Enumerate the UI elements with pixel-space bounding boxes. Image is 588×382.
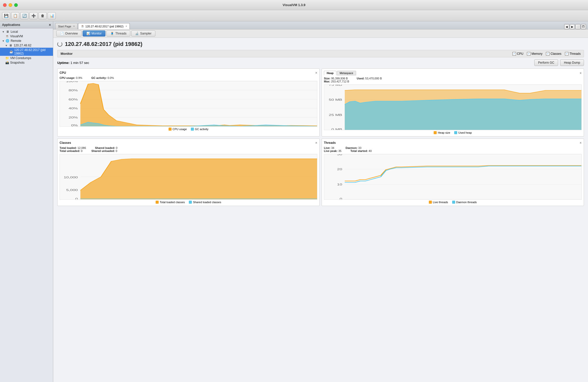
legend-heap-size: Heap size (434, 131, 450, 134)
sidebar-item-host[interactable]: 🖥 120.27.48.62 (0, 43, 53, 48)
tab-process-close[interactable]: × (125, 25, 127, 28)
svg-text:20%: 20% (69, 116, 78, 119)
tab-scroll-left[interactable]: ◀ (564, 24, 569, 29)
svg-text:0%: 0% (71, 124, 78, 126)
heap-used-label: Used: (357, 77, 364, 80)
svg-text:25 MB: 25 MB (329, 114, 342, 117)
sampler-icon: 🔬 (135, 32, 139, 35)
svg-text:100%: 100% (66, 81, 78, 83)
shared-loaded-value: 0 (116, 146, 117, 149)
minimize-button[interactable] (9, 3, 12, 7)
nav-tab-overview-label: Overview (65, 32, 78, 35)
svg-text:60%: 60% (69, 98, 78, 101)
nav-tab-overview[interactable]: 📄 Overview (56, 30, 82, 37)
tab-start-page[interactable]: Start Page × (55, 23, 78, 29)
threads-chart-legend: Live threads Daemon threads (324, 201, 582, 204)
heap-chart-container: 75 MB 50 MB 25 MB 0 MB 5:01:00 PM (324, 84, 582, 130)
checkbox-threads-label: Threads (569, 52, 581, 56)
cpu-chart-close[interactable]: × (315, 71, 317, 75)
nav-tab-sampler[interactable]: 🔬 Sampler (131, 30, 155, 37)
maximize-button[interactable] (14, 3, 18, 7)
legend-cpu-color (169, 128, 172, 131)
checkbox-threads-box[interactable]: ✓ (565, 52, 568, 56)
tab-window-btn[interactable]: ⬜ (575, 24, 580, 29)
tree-arrow-host (5, 44, 8, 47)
daemon-value: 33 (358, 146, 361, 149)
toolbar-btn-add[interactable]: ➕ (29, 12, 38, 19)
classes-chart-header: Classes × (60, 141, 317, 145)
checkbox-memory[interactable]: ✓ Memory (527, 52, 542, 56)
heap-max-label: Max: (324, 80, 330, 83)
perform-gc-button[interactable]: Perform GC (534, 59, 558, 66)
toolbar-btn-delete[interactable]: 🗑 (39, 12, 47, 19)
sidebar-item-remote[interactable]: 🌐 Remote (0, 39, 53, 43)
checkbox-cpu-box[interactable]: ✓ (512, 52, 516, 56)
sidebar-item-remote-label: Remote (11, 39, 21, 43)
live-peak-label: Live peak: (324, 149, 338, 152)
legend-heap-size-label: Heap size (438, 131, 450, 134)
live-label: Live: (324, 146, 330, 149)
toolbar-btn-chart[interactable]: 📊 (48, 12, 56, 19)
monitor-checkboxes: ✓ CPU ✓ Memory ✓ Classes ✓ Threads (512, 52, 581, 56)
cpu-chart-title: CPU (60, 71, 66, 75)
toolbar-btn-save[interactable]: 💾 (2, 12, 10, 19)
heap-chart-close[interactable]: × (580, 71, 582, 75)
checkbox-memory-box[interactable]: ✓ (527, 52, 530, 56)
monitor-icon: 📊 (86, 32, 90, 35)
svg-text:40%: 40% (69, 107, 78, 110)
tree-arrow-remote (2, 40, 5, 42)
checkbox-classes-box[interactable]: ✓ (546, 52, 549, 56)
tab-heap[interactable]: Heap (324, 71, 336, 75)
tab-scroll-right[interactable]: ▶ (570, 24, 575, 29)
tab-process-label: 120.27.48.62:2017 (pid 19862) (85, 25, 123, 28)
refresh-icon[interactable] (57, 42, 62, 47)
sidebar-close-icon[interactable]: × (49, 23, 51, 27)
total-loaded-value: 12,086 (78, 146, 86, 149)
toolbar-btn-refresh[interactable]: 🔄 (20, 12, 28, 19)
checkbox-classes[interactable]: ✓ Classes (546, 52, 561, 56)
sidebar-item-snapshots-label: Snapshots (10, 61, 25, 64)
sidebar-item-local[interactable]: 🖥 Local (0, 29, 53, 34)
app-title: VisualVM 1.3.9 (283, 3, 305, 7)
threads-chart-close[interactable]: × (580, 141, 582, 145)
heap-size-value: 95,399,936 B (331, 77, 348, 80)
snapshots-icon: 📸 (5, 61, 9, 64)
live-peak-value: 35 (338, 149, 341, 152)
sidebar-title: Applications (2, 23, 20, 27)
page-title: 120.27.48.62:2017 (pid 19862) (65, 41, 142, 47)
threads-chart-title: Threads (324, 141, 336, 145)
threads-chart-container: 30 20 10 0 5:01:00 PM 5:01:30 PM 5:02:00 (324, 154, 582, 200)
heap-chart-panel: Heap Metaspace × Size: 95,399,936 B Used… (322, 68, 584, 136)
tab-metaspace[interactable]: Metaspace (337, 71, 356, 75)
cpu-chart-header: CPU × (60, 71, 317, 75)
sidebar-item-process[interactable]: ☕ 120.27.48.62:2017 (pid 19862) (0, 48, 53, 56)
sidebar-item-visualvm[interactable]: ☕ VisualVM (0, 34, 53, 39)
heap-dump-button[interactable]: Heap Dump (560, 59, 584, 66)
total-started-value: 40 (369, 149, 372, 152)
titlebar: VisualVM 1.3.9 (0, 0, 588, 10)
nav-tab-monitor[interactable]: 📊 Monitor (83, 30, 105, 37)
host-icon: 🖥 (9, 44, 13, 47)
legend-total-loaded-label: Total loaded classes (160, 201, 185, 204)
nav-tabs: 📄 Overview 📊 Monitor 🧵 Threads 🔬 Sampler (53, 29, 588, 38)
sidebar-item-snapshots[interactable]: 📸 Snapshots (0, 60, 53, 65)
checkbox-threads[interactable]: ✓ Threads (565, 52, 581, 56)
close-button[interactable] (3, 3, 7, 7)
checkbox-cpu[interactable]: ✓ CPU (512, 52, 523, 56)
total-unloaded-value: 0 (81, 149, 82, 152)
legend-shared-loaded: Shared loaded classes (189, 201, 221, 204)
tab-start-page-close[interactable]: × (73, 25, 75, 28)
page-header: 120.27.48.62:2017 (pid 19862) (57, 41, 584, 47)
legend-used-heap-color (454, 131, 457, 134)
sidebar-item-coredumps[interactable]: 📁 VM Coredumps (0, 56, 53, 60)
classes-chart-close[interactable]: × (315, 141, 317, 145)
toolbar-btn-copy[interactable]: 📋 (11, 12, 19, 19)
gc-activity-value: 0.0% (107, 76, 114, 79)
tab-maximize-btn[interactable]: 🗖 (581, 24, 586, 29)
window-controls (3, 3, 18, 7)
tab-process[interactable]: ☕ 120.27.48.62:2017 (pid 19862) × (78, 23, 130, 29)
nav-tab-threads-label: Threads (115, 32, 126, 35)
legend-used-heap-label: Used heap (458, 131, 472, 134)
nav-tab-threads[interactable]: 🧵 Threads (106, 30, 130, 37)
threads-chart-svg: 30 20 10 0 5:01:00 PM 5:01:30 PM 5:02:00 (324, 154, 581, 199)
